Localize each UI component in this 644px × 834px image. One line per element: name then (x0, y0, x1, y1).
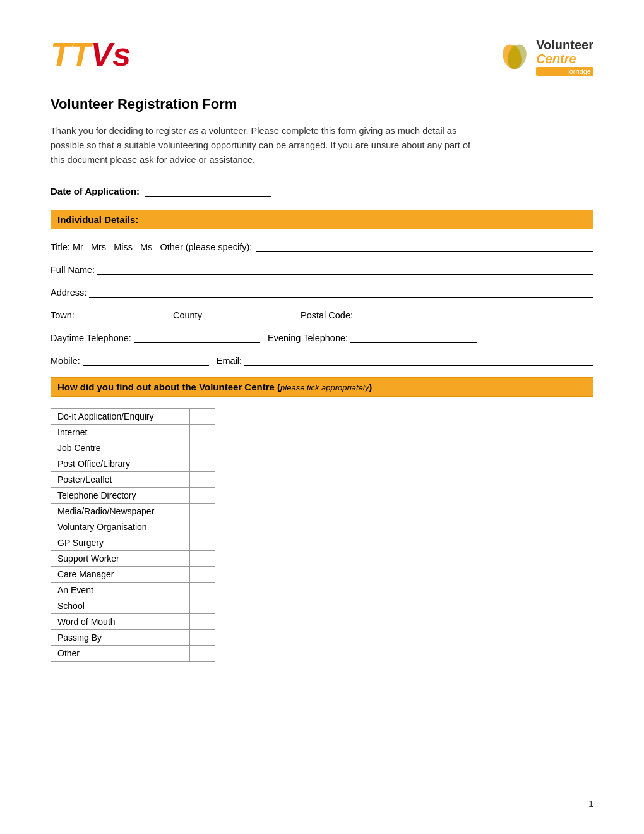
daytime-label: Daytime Telephone: (51, 333, 131, 343)
logo-tt-letters: TT (51, 36, 91, 73)
volunteer-centre-icon (499, 42, 530, 72)
date-label: Date of Application: (51, 186, 140, 196)
individual-details-header: Individual Details: (51, 210, 593, 229)
logo-torridge-word: Torridge (536, 67, 593, 76)
town-field[interactable] (77, 309, 165, 320)
title-specify-field[interactable] (256, 241, 593, 252)
howfind-header: How did you find out about the Volunteer… (51, 377, 593, 397)
daytime-field[interactable] (134, 332, 260, 343)
table-row: Voluntary Organisation (51, 519, 215, 535)
howfind-end-text: ) (369, 382, 372, 392)
checkbox-label: Telephone Directory (51, 487, 190, 503)
mobile-label: Mobile: (51, 356, 80, 366)
evening-label: Evening Telephone: (263, 333, 348, 343)
fullname-field[interactable] (97, 263, 593, 275)
checkbox-label: Other (51, 645, 190, 661)
checkbox-tick-cell[interactable] (190, 550, 215, 566)
checkbox-label: Poster/Leaflet (51, 471, 190, 487)
mobile-field[interactable] (83, 354, 209, 366)
table-row: GP Surgery (51, 535, 215, 550)
table-row: Telephone Directory (51, 487, 215, 503)
checkbox-tick-cell[interactable] (190, 487, 215, 503)
svg-point-2 (508, 45, 521, 68)
logo-ttvs: TTVs (51, 38, 131, 71)
checkbox-tick-cell[interactable] (190, 456, 215, 471)
title-label: Title: Mr Mrs Miss Ms Other (please spec… (51, 242, 252, 252)
mobile-email-line: Mobile: Email: (51, 354, 593, 366)
checkbox-label: Do-it Application/Enquiry (51, 408, 190, 424)
table-row: Poster/Leaflet (51, 471, 215, 487)
checkbox-label: Media/Radio/Newspaper (51, 503, 190, 519)
intro-text: Thank you for deciding to register as a … (51, 124, 480, 168)
checkbox-tick-cell[interactable] (190, 613, 215, 629)
title-row: Title: Mr Mrs Miss Ms Other (please spec… (51, 241, 593, 252)
address-line: Address: (51, 286, 593, 298)
howfind-checkbox-table: Do-it Application/Enquiry Internet Job C… (51, 408, 215, 662)
table-row: Care Manager (51, 566, 215, 582)
checkbox-tick-cell[interactable] (190, 503, 215, 519)
checkbox-label: Job Centre (51, 440, 190, 456)
table-row: School (51, 598, 215, 613)
checkbox-label: Care Manager (51, 566, 190, 582)
checkbox-label: An Event (51, 582, 190, 598)
form-title: Volunteer Registration Form (51, 96, 593, 112)
address-label: Address: (51, 287, 86, 298)
fullname-line: Full Name: (51, 263, 593, 275)
table-row: Passing By (51, 629, 215, 645)
logo-vs-letters: Vs (91, 36, 131, 73)
logo-volunteer-word: Volunteer (536, 38, 593, 52)
checkbox-label: School (51, 598, 190, 613)
evening-field[interactable] (350, 332, 477, 343)
table-row: Job Centre (51, 440, 215, 456)
table-row: An Event (51, 582, 215, 598)
table-row: Media/Radio/Newspaper (51, 503, 215, 519)
page-number: 1 (588, 799, 593, 809)
address-field[interactable] (89, 286, 593, 298)
table-row: Other (51, 645, 215, 661)
table-row: Word of Mouth (51, 613, 215, 629)
header: TTVs Volunteer Centre Torridge (51, 38, 593, 76)
checkbox-label: Voluntary Organisation (51, 519, 190, 535)
town-label: Town: (51, 310, 75, 320)
page-container: TTVs Volunteer Centre Torridge Volunteer… (0, 0, 644, 834)
checkbox-label: Internet (51, 424, 190, 440)
checkbox-tick-cell[interactable] (190, 645, 215, 661)
howfind-bold-text: How did you find out about the Volunteer… (57, 382, 280, 392)
date-field[interactable] (145, 186, 271, 197)
town-county-postal-line: Town: County Postal Code: (51, 309, 593, 320)
table-row: Support Worker (51, 550, 215, 566)
logo-vc-text-block: Volunteer Centre Torridge (536, 38, 593, 76)
checkbox-label: Support Worker (51, 550, 190, 566)
table-row: Internet (51, 424, 215, 440)
howfind-italic-text: please tick appropriately (280, 383, 369, 392)
checkbox-tick-cell[interactable] (190, 471, 215, 487)
county-field[interactable] (205, 309, 293, 320)
checkbox-tick-cell[interactable] (190, 582, 215, 598)
checkbox-tick-cell[interactable] (190, 629, 215, 645)
county-label: County (168, 310, 202, 320)
checkbox-tick-cell[interactable] (190, 598, 215, 613)
checkbox-label: Word of Mouth (51, 613, 190, 629)
checkbox-tick-cell[interactable] (190, 440, 215, 456)
checkbox-label: GP Surgery (51, 535, 190, 550)
telephone-line: Daytime Telephone: Evening Telephone: (51, 332, 593, 343)
checkbox-tick-cell[interactable] (190, 424, 215, 440)
checkbox-tick-cell[interactable] (190, 408, 215, 424)
logo-volunteer-centre: Volunteer Centre Torridge (499, 38, 593, 76)
table-row: Do-it Application/Enquiry (51, 408, 215, 424)
fullname-label: Full Name: (51, 265, 95, 275)
table-row: Post Office/Library (51, 456, 215, 471)
checkbox-label: Passing By (51, 629, 190, 645)
checkbox-tick-cell[interactable] (190, 566, 215, 582)
date-of-application-line: Date of Application: (51, 186, 593, 197)
logo-centre-word: Centre (536, 52, 593, 66)
checkbox-tick-cell[interactable] (190, 519, 215, 535)
checkbox-tick-cell[interactable] (190, 535, 215, 550)
postalcode-field[interactable] (355, 309, 482, 320)
email-label: Email: (212, 356, 242, 366)
checkbox-label: Post Office/Library (51, 456, 190, 471)
email-field[interactable] (244, 354, 593, 366)
postalcode-label: Postal Code: (295, 310, 353, 320)
logo-ttvs-text: TTVs (51, 38, 131, 71)
